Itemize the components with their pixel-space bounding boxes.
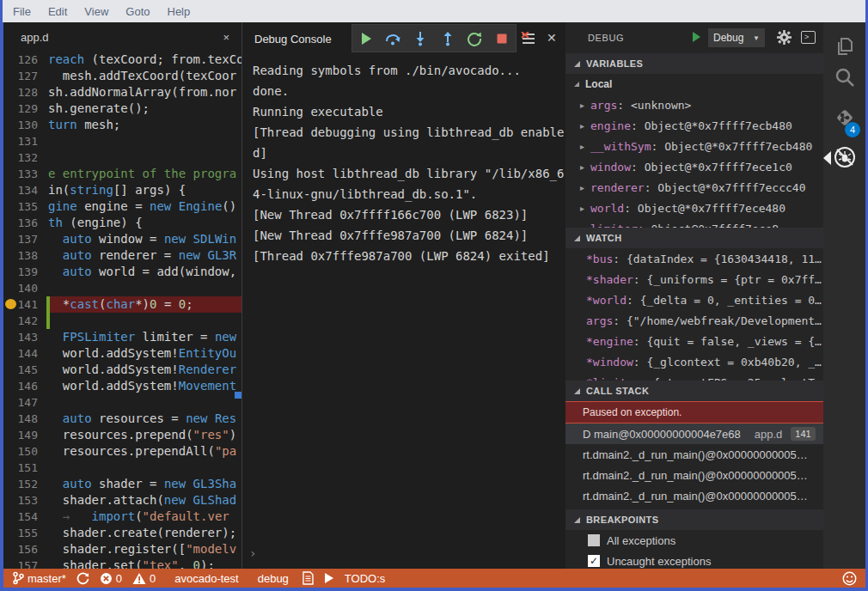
code-line-131[interactable]: 131 — [3, 133, 241, 149]
code-line-143[interactable]: 143 FPSLimiter limiter = new — [3, 329, 241, 345]
expand-arrow-icon[interactable]: ▸ — [580, 142, 584, 151]
step-out-icon[interactable] — [439, 30, 456, 47]
expand-arrow-icon[interactable]: ▸ — [580, 101, 584, 110]
run-task-icon[interactable] — [324, 572, 334, 584]
watch-row[interactable]: args: {"/home/webfreak/Development… — [565, 310, 823, 331]
checkbox[interactable]: ✓ — [588, 555, 600, 567]
expand-arrow-icon[interactable]: ▸ — [580, 121, 584, 131]
open-console-icon[interactable]: > — [801, 31, 816, 44]
code-line-129[interactable]: 129sh.generate(); — [3, 101, 241, 117]
code-line-150[interactable]: 150 resources.prependAll("pa — [3, 443, 241, 460]
code-line-157[interactable]: 157 shader.set("tex", 0); — [3, 557, 241, 569]
expand-arrow-icon[interactable]: ▸ — [580, 204, 584, 213]
search-icon[interactable] — [823, 60, 865, 94]
code-line-142[interactable]: 142 — [3, 313, 241, 329]
stack-frame[interactable]: rt.dmain2._d_run_main()@0x00000000005… — [565, 485, 823, 506]
stack-frame[interactable]: rt.dmain2._d_run_main()@0x00000000005… — [565, 465, 823, 485]
todo-item[interactable]: TODO:s — [345, 572, 385, 585]
code-line-126[interactable]: 126reach (texCoord; from.texCo — [3, 52, 241, 68]
code-line-147[interactable]: 147 — [3, 394, 241, 411]
expand-arrow-icon[interactable]: ▸ — [580, 224, 584, 228]
step-into-icon[interactable] — [412, 30, 429, 47]
code-line-145[interactable]: 145 world.addSystem!Renderer — [3, 362, 241, 378]
errors-item[interactable]: 0 — [100, 572, 122, 585]
project-item[interactable]: avocado-test — [174, 572, 238, 585]
editor-tab[interactable]: app.d × — [3, 22, 241, 52]
code-line-140[interactable]: 140 — [3, 280, 241, 296]
code-line-141[interactable]: 141 *cast(char*)0 = 0; — [3, 296, 241, 313]
menu-edit[interactable]: Edit — [40, 5, 76, 18]
code-line-149[interactable]: 149 resources.prepend("res") — [3, 427, 241, 443]
variables-section-header[interactable]: VARIABLES — [565, 53, 823, 74]
code-line-146[interactable]: 146 world.addSystem!Movement — [3, 378, 241, 394]
debug-config-dropdown[interactable]: Debug ▼ — [708, 28, 765, 47]
watch-row[interactable]: *bus: {dataIndex = {1630434418, 11… — [565, 248, 823, 269]
callstack-section-header[interactable]: CALL STACK — [565, 381, 823, 401]
code-line-154[interactable]: 154 → import("default.ver — [3, 509, 241, 525]
checkbox[interactable] — [588, 534, 600, 546]
watch-row[interactable]: *shader: {_uniforms = {ptr = 0x7ff… — [565, 269, 823, 289]
code-line-134[interactable]: 134in(string[] args) { — [3, 182, 241, 198]
breakpoint-row[interactable]: All exceptions — [565, 530, 823, 551]
start-debug-button[interactable] — [689, 30, 703, 47]
code-line-139[interactable]: 139 auto world = add(window, — [3, 264, 241, 280]
variable-row[interactable]: ▸renderer: Object@*0x7ffff7eccc40 — [565, 177, 823, 198]
breakpoints-section-header[interactable]: BREAKPOINTS — [565, 509, 823, 530]
code-line-156[interactable]: 156 shader.register(["modelv — [3, 541, 241, 557]
debug-mode-item[interactable]: debug — [258, 572, 289, 585]
watch-row[interactable]: *engine: {quit = false, _views = {… — [565, 331, 823, 351]
variable-row[interactable]: ▸limiter: Object@0x7ffff7ece8 — [565, 218, 823, 228]
git-branch-item[interactable]: master* — [12, 571, 66, 585]
code-line-127[interactable]: 127 mesh.addTexCoord(texCoor — [3, 68, 241, 84]
expand-arrow-icon[interactable]: ▸ — [580, 162, 584, 172]
variable-row[interactable]: ▸window: Object@*0x7ffff7ece1c0 — [565, 156, 823, 177]
clear-console-icon[interactable] — [521, 32, 536, 49]
tab-close-icon[interactable]: × — [223, 31, 229, 44]
feedback-smiley-icon[interactable] — [842, 571, 857, 586]
watch-row[interactable]: *limiter: {_targetFPS = 25, _lastT… — [565, 372, 823, 381]
code-line-137[interactable]: 137 auto window = new SDLWin — [3, 231, 241, 247]
code-line-152[interactable]: 152 auto shader = new GL3Sha — [3, 476, 241, 492]
code-line-135[interactable]: 135gine engine = new Engine() — [3, 198, 241, 215]
variable-row[interactable]: ▸args: <unknown> — [565, 94, 823, 115]
code-line-136[interactable]: 136th (engine) { — [3, 215, 241, 231]
variable-row[interactable]: ▸world: Object@*0x7ffff7ece480 — [565, 198, 823, 218]
watch-section-header[interactable]: WATCH — [565, 228, 823, 248]
console-input-prompt[interactable]: › — [249, 546, 256, 560]
menu-view[interactable]: View — [76, 5, 117, 18]
variable-row[interactable]: ▸engine: Object@*0x7ffff7ecb480 — [565, 115, 823, 136]
console-close-icon[interactable]: ✕ — [547, 31, 557, 45]
breakpoint-icon[interactable] — [5, 299, 16, 309]
watch-row[interactable]: *window: {_glcontext = 0xb40b20, _… — [565, 351, 823, 372]
restart-icon[interactable] — [466, 30, 483, 47]
warnings-item[interactable]: 0 — [132, 572, 156, 585]
menu-goto[interactable]: Goto — [117, 5, 158, 18]
stop-icon[interactable] — [493, 30, 510, 47]
code-line-138[interactable]: 138 auto renderer = new GL3R — [3, 247, 241, 264]
step-over-icon[interactable] — [384, 30, 401, 47]
menu-help[interactable]: Help — [159, 5, 199, 18]
code-line-153[interactable]: 153 shader.attach(new GLShad — [3, 492, 241, 509]
breakpoint-row[interactable]: ✓Uncaught exceptions — [565, 551, 823, 569]
code-area[interactable]: 126reach (texCoord; from.texCo127 mesh.a… — [3, 52, 241, 569]
code-line-128[interactable]: 128sh.addNormalArray(from.nor — [3, 84, 241, 101]
console-output[interactable]: Reading symbols from ./bin/avocado...don… — [253, 60, 565, 543]
stack-frame[interactable]: D main@0x00000000004e7e68app.d141 — [565, 423, 823, 444]
code-line-148[interactable]: 148 auto resources = new Res — [3, 411, 241, 427]
continue-icon[interactable] — [358, 30, 375, 47]
code-line-151[interactable]: 151 — [3, 460, 241, 476]
menu-file[interactable]: File — [4, 5, 40, 18]
sync-button[interactable] — [76, 572, 89, 585]
code-line-133[interactable]: 133e entrypoint of the progra — [3, 166, 241, 182]
document-icon[interactable] — [303, 571, 314, 585]
files-icon[interactable] — [823, 29, 865, 64]
code-line-130[interactable]: 130turn mesh; — [3, 117, 241, 133]
variable-row[interactable]: ▸__withSym: Object@*0x7ffff7ecb480 — [565, 136, 823, 156]
editor-pane[interactable]: app.d × 126reach (texCoord; from.texCo12… — [3, 22, 241, 569]
scope-local[interactable]: Local — [565, 74, 823, 94]
configure-gear-icon[interactable] — [777, 30, 792, 48]
watch-row[interactable]: *world: {_delta = 0, _entities = 0… — [565, 289, 823, 310]
code-line-155[interactable]: 155 shader.create(renderer); — [3, 525, 241, 541]
code-line-144[interactable]: 144 world.addSystem!EntityOu — [3, 345, 241, 362]
stack-frame[interactable]: rt.dmain2._d_run_main()@0x00000000005… — [565, 444, 823, 465]
